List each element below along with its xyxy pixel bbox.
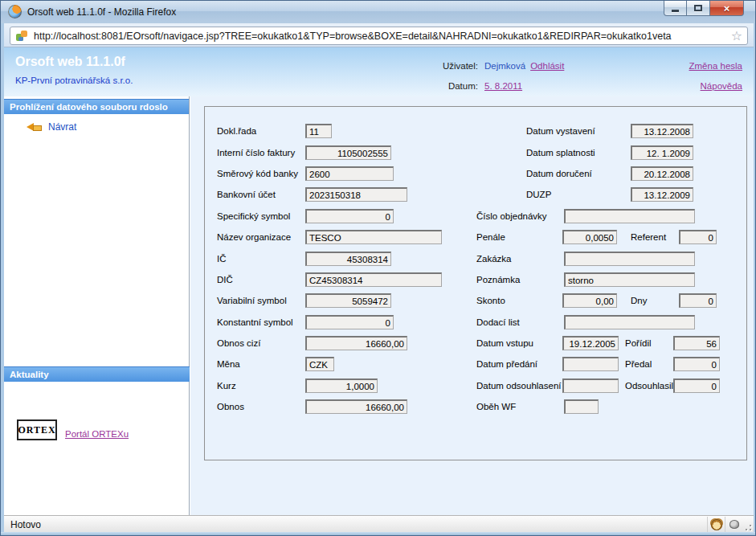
field-label: Datum vstupu [476,338,562,348]
firebug-icon[interactable] [725,517,742,533]
ortex-portal-link[interactable]: Portál ORTEXu [65,429,129,439]
field-duzp[interactable]: 13.12.2009 [631,187,693,202]
invoice-detail-form: Dokl.řada 11 Interní číslo faktury 11050… [204,106,747,460]
field-dokl-rada[interactable]: 11 [305,124,332,138]
user-block: Uživatel: Dejmková Odhlásit Datum: 5. 8.… [428,55,564,96]
field-label: Zakázka [476,254,564,264]
field-nazev-organizace[interactable]: TESCO [305,230,442,244]
field-dny[interactable]: 0 [679,293,717,308]
field-label: Konstantní symbol [217,317,305,327]
field-label: Měna [217,359,305,369]
help-link[interactable]: Nápověda [701,81,742,91]
ortex-logo: ORTEX [17,419,57,440]
field-predal[interactable]: 0 [673,357,720,371]
form-row: Skonto 0,00 Dny 0 [476,290,746,311]
minimize-icon [672,10,679,12]
logout-link[interactable]: Odhlásit [530,61,564,71]
field-datum-doruceni[interactable]: 20.12.2008 [631,166,693,181]
field-label: Obnos [217,402,305,411]
form-row: Poznámka storno [476,269,746,290]
field-odsouhlasil[interactable]: 0 [673,378,720,393]
field-referent[interactable]: 0 [679,230,717,244]
resize-grip[interactable] [742,517,754,533]
date-link[interactable]: 5. 8.2011 [484,81,522,91]
field-skonto[interactable]: 0,00 [562,293,617,308]
change-password-link[interactable]: Změna hesla [689,61,742,71]
form-row: Měna CZK [217,354,474,374]
field-label: Datum splatnosti [526,148,631,158]
sidebar: Prohlížení datového souboru rdoslo Návra… [4,96,190,515]
field-datum-odsouhlaseni[interactable] [562,378,619,393]
field-variabilni-symbol[interactable]: 5059472 [305,293,391,308]
form-row: Penále 0,0050 Referent 0 [476,227,746,248]
navigation-bar: http://localhost:8081/EOrsoft/navigace.j… [4,23,754,47]
field-label: Název organizace [217,232,305,242]
greasemonkey-icon[interactable] [707,517,725,533]
form-row: Oběh WF [476,396,746,417]
field-label: Specifický symbol [217,211,305,221]
sidebar-item-navrat[interactable]: Návrat [27,121,76,133]
form-row: Směrový kód banky 2600 [217,163,474,184]
field-label: DUZP [526,190,631,199]
field-zakazka[interactable] [564,252,695,266]
form-row: Datum odsouhlasení Odsouhlasil 0 [476,375,746,396]
field-label: Kurz [217,381,305,391]
window-bottom-edge [1,532,755,535]
form-row: Dodací list [476,312,746,333]
field-specificky-symbol[interactable]: 0 [305,209,394,223]
field-label: DIČ [217,275,305,284]
maximize-button[interactable] [687,1,709,16]
title-bar[interactable]: Orsoft web 11.1.0f - Mozilla Firefox × [1,1,755,23]
field-label: Datum odsouhlasení [476,381,562,391]
app-title: Orsoft web 11.1.0f [15,55,125,69]
field-datum-vystaveni[interactable]: 13.12.2008 [631,124,693,138]
form-row: Konstantní symbol 0 [217,312,474,333]
sidebar-news-title: Aktuality [4,366,190,382]
field-ic[interactable]: 45308314 [305,252,391,266]
field-konstantni-symbol[interactable]: 0 [305,315,394,329]
field-interni-cislo-faktury[interactable]: 1105002555 [305,145,391,160]
field-bankovni-ucet[interactable]: 2023150318 [305,187,407,202]
form-row: Datum vystavení 13.12.2008 [476,121,746,141]
field-poridil[interactable]: 56 [673,336,720,350]
close-button[interactable]: × [709,1,744,16]
field-obnos[interactable]: 16660,00 [305,399,407,414]
user-label: Uživatel: [428,61,478,71]
field-obnos-cizi[interactable]: 16660,00 [305,336,407,350]
form-row: Název organizace TESCO [217,227,474,248]
url-text: http://localhost:8081/EOrsoft/navigace.j… [34,31,731,42]
app-header: Orsoft web 11.1.0f KP-První potravinářsk… [4,47,754,96]
field-label: Poznámka [476,275,564,284]
main-area: Dokl.řada 11 Interní číslo faktury 11050… [190,96,754,515]
field-cislo-objednavky[interactable] [564,209,695,223]
back-arrow-icon [27,123,41,132]
window-controls: × [664,1,744,16]
form-row: Variabilní symbol 5059472 [217,290,474,311]
field-label: Interní číslo faktury [217,148,305,158]
window-title: Orsoft web 11.1.0f - Mozilla Firefox [27,6,176,18]
field-mena[interactable]: CZK [305,357,334,371]
field-smerovy-kod-banky[interactable]: 2600 [305,166,394,181]
form-row: Kurz 1,0000 [217,375,474,396]
form-row: Datum předání Předal 0 [476,354,746,374]
minimize-button[interactable] [664,1,687,16]
field-datum-vstupu[interactable]: 19.12.2005 [562,336,619,350]
form-row: DIČ CZ45308314 [217,269,474,290]
form-row: DUZP 13.12.2009 [476,184,746,205]
field-penale[interactable]: 0,0050 [562,230,617,244]
field-datum-predani[interactable] [562,357,619,371]
bookmark-star-icon[interactable]: ☆ [731,30,742,43]
url-bar[interactable]: http://localhost:8081/EOrsoft/navigace.j… [10,27,748,45]
form-row: Obnos cizí 16660,00 [217,333,474,354]
field-label: IČ [217,254,305,264]
field-label: Variabilní symbol [217,296,305,305]
header-links: Změna hesla Nápověda [689,55,742,96]
field-dodaci-list[interactable] [564,315,695,329]
field-datum-splatnosti[interactable]: 12. 1.2009 [631,145,693,160]
field-kurz[interactable]: 1,0000 [305,378,378,393]
field-dic[interactable]: CZ45308314 [305,272,442,287]
field-obeh-wf[interactable] [564,399,599,414]
field-label: Směrový kód banky [217,169,305,178]
field-poznamka[interactable]: storno [564,272,695,287]
field-label: Skonto [476,296,562,305]
